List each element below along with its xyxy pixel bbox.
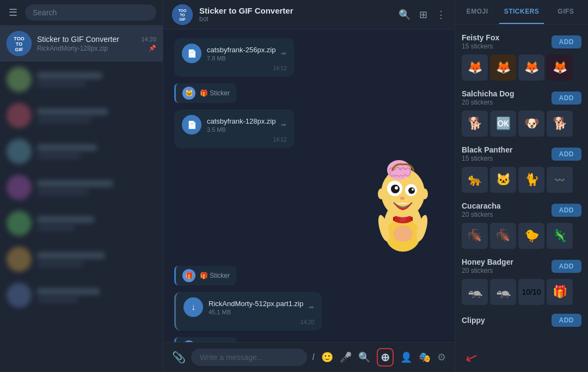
search-input[interactable] [25,4,156,21]
message-input[interactable] [191,349,307,366]
list-item[interactable] [0,133,163,169]
sticker-thumb[interactable]: 🦎 [547,223,573,249]
msg-time: 14:20 [183,319,314,325]
sticker-thumb[interactable]: 🐤 [518,223,544,249]
hamburger-icon[interactable]: ☰ [7,4,20,21]
file-icon: 📄 [182,44,201,63]
sticker-panel-icon[interactable]: 🎭 [419,351,431,363]
sticker-thumb[interactable]: 🆗 [490,111,516,137]
sticker-ref-avatar2: 🎁 [182,269,195,282]
add-black-panther-button[interactable]: ADD [552,148,582,161]
forward-icon[interactable]: ➦ [309,303,314,311]
sticker-thumb[interactable]: 10/10 [518,279,544,305]
sticker-thumb[interactable]: 🐆 [462,167,488,193]
list-item[interactable] [0,241,163,277]
add-salchicha-dog-button[interactable]: ADD [552,92,582,105]
list-item[interactable] [0,205,163,241]
avatar-icon[interactable]: 👤 [400,351,412,363]
sticker-label2: 🎁 Sticker [200,272,230,279]
chat-header-icons: 🔍 ⊞ ⋮ [399,9,446,21]
section-count: 15 stickers [462,155,512,162]
section-title-area: Feisty Fox 15 stickers [462,33,499,50]
sticker-thumb[interactable]: 🐶 [518,111,544,137]
sticker-thumb[interactable]: 🐕 [462,111,488,137]
forward-icon[interactable]: ➦ [281,121,286,129]
sticker-thumb[interactable]: 〰️ [547,167,573,193]
sidebar-item-info [37,72,156,87]
file-name: catsbyfrank-128px.zip [207,117,275,125]
forward-icon[interactable]: ➦ [281,50,286,57]
section-name: Salchicha Dog [462,89,514,98]
emoji-icon[interactable]: 🙂 [321,351,333,363]
section-name: Black Panther [462,145,512,154]
list-item[interactable] [0,277,163,313]
sidebar-item-info [37,108,156,123]
section-name: Clippy [462,316,485,325]
section-count: 15 stickers [462,42,499,50]
add-cucaracha-button[interactable]: ADD [552,204,582,217]
chat-avatar: TOO TO GIF [172,4,193,25]
mic-icon[interactable]: 🎤 [340,351,352,363]
attach-icon[interactable]: 📎 [172,351,186,364]
sticker-thumb[interactable]: 🪳 [490,223,516,249]
sticker-thumb[interactable]: 🐕 [547,111,573,137]
section-name: Cucaracha [462,202,501,210]
tab-emoji[interactable]: EMOJI [455,0,499,24]
add-clippy-button[interactable]: ADD [552,314,582,327]
sticker-indicator-1: 🐱 🎁 Sticker [174,83,236,103]
add-circle-icon[interactable]: ⊕ [377,348,394,367]
chat-subtitle: bot [199,15,392,23]
sidebar-item-name: Sticker to GIF Converter [37,35,136,44]
file-name: catsbyfrank-256px.zip [207,46,275,54]
sticker-thumb[interactable]: 🦊 [547,54,573,81]
tab-gifs[interactable]: GIFS [544,0,588,24]
sidebar-item-info [37,252,156,267]
sidebar-item-info: Sticker to GIF Converter RickAndMorty-12… [37,35,136,52]
add-honey-badger-button[interactable]: ADD [552,260,582,273]
section-header: Cucaracha 20 stickers ADD [462,202,581,218]
sidebar-list: TOO TO GIF Sticker to GIF Converter Rick… [0,26,163,372]
sticker-thumb[interactable]: 🐈 [518,167,544,193]
search-icon-input[interactable]: 🔍 [358,351,370,363]
search-icon[interactable]: 🔍 [399,9,411,21]
sticker-label: 🎁 Sticker [200,89,230,97]
list-item[interactable] [0,97,163,133]
sticker-section-feisty-fox: Feisty Fox 15 stickers ADD 🦊 🦊 🦊 🦊 [455,29,588,85]
tab-stickers[interactable]: STICKERS [499,0,543,24]
gear-icon[interactable]: ⚙ [437,351,446,363]
sticker-thumb[interactable]: 🦡 [462,279,488,305]
sidebar-item-info [37,216,156,231]
layout-icon[interactable]: ⊞ [419,9,427,21]
avatar [7,211,32,236]
download-message-1: ↓ RickAndMorty-512px.part1.zip 45.1 MB ➦… [174,292,322,331]
sticker-thumb[interactable]: 🐱 [490,167,516,193]
sticker-thumb[interactable]: 🦊 [462,54,488,81]
file-size: 45.1 MB [209,309,303,315]
avatar: TOO TO GIF [7,31,32,56]
sticker-section-black-panther: Black Panther 15 stickers ADD 🐆 🐱 🐈 〰️ [455,141,588,197]
sticker-grid-cucaracha: 🪳 🪳 🐤 🦎 [462,223,581,249]
sticker-thumb[interactable]: 🦊 [490,54,516,81]
msg-time: 14:12 [182,65,286,71]
list-item[interactable] [0,62,163,97]
sticker-grid-honey-badger: 🦡 🦡 10/10 🎁 [462,279,581,305]
add-feisty-fox-button[interactable]: ADD [552,35,582,48]
sticker-thumb[interactable]: 🦊 [518,54,544,81]
sidebar-item-sticker-converter[interactable]: TOO TO GIF Sticker to GIF Converter Rick… [0,26,163,62]
sticker-thumb[interactable]: 🎁 [547,279,573,305]
section-title-area: Salchicha Dog 20 stickers [462,89,514,106]
slash-icon[interactable]: / [313,352,315,362]
sidebar-item-info [37,180,156,195]
sticker-thumb[interactable]: 🦡 [490,279,516,305]
sticker-section-salchicha-dog: Salchicha Dog 20 stickers ADD 🐕 🆗 🐶 🐕 [455,85,588,141]
sticker-message [362,155,444,255]
list-item[interactable] [0,169,163,205]
section-title-area: Black Panther 15 stickers [462,145,512,162]
section-name: Feisty Fox [462,33,499,42]
more-icon[interactable]: ⋮ [436,9,446,21]
section-header: Feisty Fox 15 stickers ADD [462,33,581,50]
sidebar-item-time: 14:20 [141,36,156,42]
sticker-thumb[interactable]: 🪳 [462,223,488,249]
section-name: Honey Badger [462,258,513,266]
download-button[interactable]: ↓ [183,297,203,317]
